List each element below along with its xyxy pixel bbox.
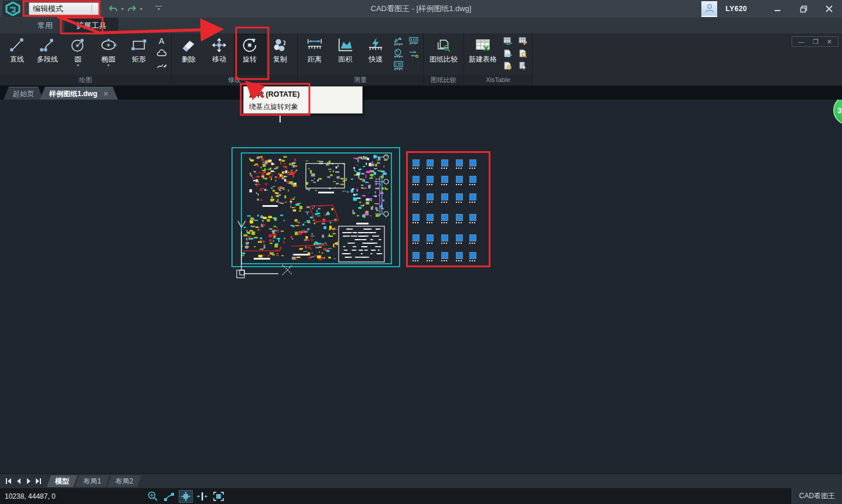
move-icon xyxy=(210,36,229,54)
redo-button[interactable] xyxy=(126,2,138,15)
last-icon xyxy=(35,478,42,484)
block-reference xyxy=(413,214,420,223)
doc-tab-start-page[interactable]: 起始页 xyxy=(4,87,43,100)
last-layout-button[interactable] xyxy=(35,477,42,485)
rectangle-button[interactable]: 矩形 xyxy=(124,35,154,75)
ribbon-group-draw: 直线 多段线 圆 ▾ xyxy=(0,33,172,86)
ellipse-icon xyxy=(99,36,118,54)
mode-select-dropdown[interactable] xyxy=(91,4,97,13)
block-reference xyxy=(456,159,463,169)
quick-access-customize[interactable]: ▾ xyxy=(155,6,162,12)
ruler-points-button[interactable] xyxy=(408,36,419,46)
next-layout-button[interactable] xyxy=(25,477,32,485)
sheet-select-button[interactable] xyxy=(517,60,528,71)
prev-layout-button[interactable] xyxy=(15,477,22,485)
erase-button[interactable]: 删除 xyxy=(173,35,204,75)
angle-measure-button[interactable] xyxy=(393,36,404,46)
block-reference xyxy=(413,176,420,185)
redo-icon xyxy=(127,5,137,13)
line-button[interactable]: 直线 xyxy=(2,35,32,75)
doc-tab-close-icon[interactable]: ✕ xyxy=(103,90,108,97)
layout-tab-layout1[interactable]: 布局1 xyxy=(75,475,110,487)
first-layout-button[interactable] xyxy=(5,477,12,485)
coordinate-list-button[interactable] xyxy=(393,60,404,71)
status-bar: 10238, 44487, 0 xyxy=(0,488,842,504)
app-logo[interactable] xyxy=(2,1,23,17)
rotate-button[interactable]: 旋转 xyxy=(234,35,265,75)
move-button[interactable]: 移动 xyxy=(204,35,234,75)
snap-mode-button[interactable] xyxy=(196,491,209,502)
undo-icon xyxy=(108,5,118,13)
restore-button[interactable] xyxy=(790,0,816,18)
minimize-button[interactable] xyxy=(765,0,790,18)
sheet-settings-button[interactable] xyxy=(502,60,513,71)
group-label-measure: 测量 xyxy=(298,75,423,86)
sheet-refresh-button[interactable] xyxy=(502,48,513,59)
group-label-modify: 修改 xyxy=(172,75,297,86)
align-measure-button[interactable] xyxy=(408,49,419,59)
block-reference xyxy=(469,214,476,223)
rotate-tooltip: 旋转 (ROTATE) 绕基点旋转对象 xyxy=(243,86,363,114)
user-avatar[interactable] xyxy=(701,1,717,17)
mode-select[interactable]: 编辑模式 xyxy=(29,2,99,15)
area-button[interactable]: 面积 xyxy=(330,35,360,75)
table-pencil-icon xyxy=(518,36,528,46)
block-reference xyxy=(413,234,420,244)
copy-button[interactable]: 复制 xyxy=(265,35,295,75)
table-edit-button[interactable] xyxy=(517,36,528,46)
table-refresh-icon xyxy=(503,36,513,46)
selection-frame-button[interactable] xyxy=(212,491,225,502)
zoom-mode-button[interactable] xyxy=(146,491,159,502)
block-reference xyxy=(441,234,448,244)
block-reference xyxy=(456,214,463,223)
rotate-icon xyxy=(240,36,259,54)
new-table-button[interactable]: 新建表格 xyxy=(466,35,500,75)
ribbon-group-compare: 图纸比较 图纸比较 xyxy=(424,33,464,86)
mode-select-value: 编辑模式 xyxy=(33,4,63,14)
polyline-button[interactable]: 多段线 xyxy=(32,35,63,75)
doc-minimize-button[interactable]: — xyxy=(798,38,804,45)
eraser-icon xyxy=(179,36,198,54)
revision-cloud-button[interactable] xyxy=(156,48,167,59)
block-reference xyxy=(427,159,434,169)
ellipse-dropdown[interactable]: ▾ xyxy=(107,63,110,68)
block-reference xyxy=(469,176,476,185)
tooltip-description: 绕基点旋转对象 xyxy=(249,102,357,112)
ellipse-button[interactable]: 椭圆 ▾ xyxy=(93,35,124,75)
doc-tab-drawing[interactable]: 样例图纸1.dwg✕ xyxy=(40,87,118,100)
drawing-compare-button[interactable]: 图纸比较 xyxy=(425,35,462,75)
radius-measure-button[interactable] xyxy=(393,48,404,59)
cloud-icon xyxy=(156,49,167,57)
person-icon xyxy=(704,3,715,13)
undo-button[interactable] xyxy=(107,2,119,15)
doc-restore-button[interactable]: ❐ xyxy=(813,38,819,46)
circle-dropdown[interactable]: ▾ xyxy=(77,63,79,68)
drawing-canvas[interactable]: 39 xyxy=(0,100,842,474)
freehand-button[interactable] xyxy=(156,60,167,71)
close-button[interactable] xyxy=(816,0,842,18)
table-refresh-button[interactable] xyxy=(502,36,513,46)
doc-close-button[interactable]: ✕ xyxy=(827,38,832,46)
next-icon xyxy=(26,478,31,484)
crosshair-button[interactable] xyxy=(179,491,192,502)
quick-measure-button[interactable]: 快速 xyxy=(360,35,391,75)
group-label-xlstable: XlsTable xyxy=(464,75,532,86)
redo-dropdown[interactable]: ▾ xyxy=(138,6,145,12)
polyline-snap-button[interactable] xyxy=(163,491,176,502)
layout-nav-buttons xyxy=(0,477,47,485)
block-reference xyxy=(427,234,434,244)
layout-tab-layout2[interactable]: 布局2 xyxy=(107,475,142,487)
undo-dropdown[interactable]: ▾ xyxy=(119,6,126,12)
ruler-points-icon xyxy=(408,36,419,46)
tab-extended-tools[interactable]: 扩展工具 xyxy=(64,18,118,33)
text-button[interactable]: A xyxy=(156,36,167,46)
tab-home[interactable]: 常用 xyxy=(26,18,64,33)
distance-button[interactable]: 距离 xyxy=(299,35,330,75)
circle-button[interactable]: 圆 ▾ xyxy=(63,35,93,75)
tooltip-title: 旋转 (ROTATE) xyxy=(249,90,357,100)
circle-icon xyxy=(69,36,87,54)
sheet-recognize-button[interactable] xyxy=(517,48,528,59)
line-icon xyxy=(8,36,26,54)
prev-icon xyxy=(16,478,21,484)
layout-tab-model[interactable]: 模型 xyxy=(47,475,77,487)
